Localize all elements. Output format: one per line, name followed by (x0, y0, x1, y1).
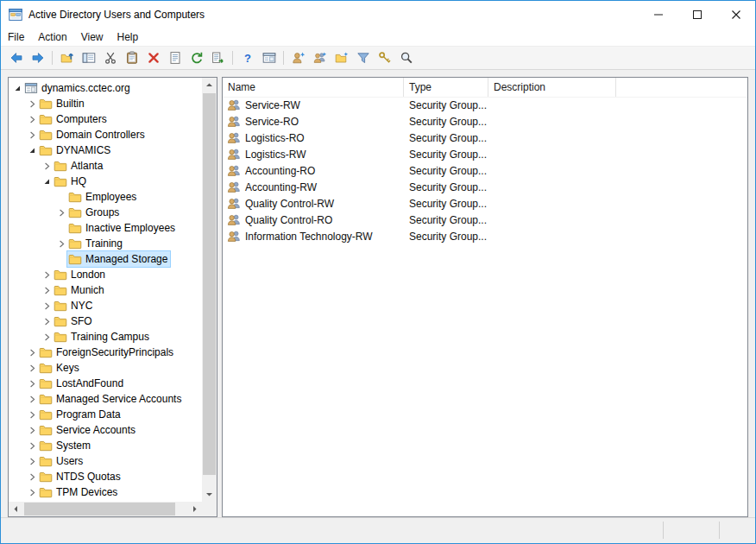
expand-arrow-icon[interactable] (27, 98, 38, 110)
scroll-up-button[interactable] (202, 78, 217, 92)
tree-item-content[interactable]: LostAndFound (38, 376, 126, 391)
menu-view[interactable]: View (74, 28, 110, 46)
list-row[interactable]: Service-ROSecurity Group... (223, 113, 747, 130)
horizontal-scroll-thumb[interactable] (24, 503, 175, 516)
tree-item-content[interactable]: Program Data (38, 407, 123, 422)
expand-arrow-icon[interactable] (27, 471, 38, 483)
column-header-name[interactable]: Name (223, 78, 404, 97)
scroll-left-button[interactable] (9, 502, 23, 516)
tree-item-content[interactable]: NYC (53, 298, 95, 313)
refresh-button[interactable] (186, 48, 206, 67)
tree-item-content[interactable]: Builtin (38, 96, 87, 111)
paste-button[interactable] (122, 48, 142, 67)
tree-item-content[interactable]: Groups (67, 205, 122, 220)
list-row[interactable]: Accounting-ROSecurity Group... (223, 162, 747, 179)
tree-item[interactable]: Training Campus (9, 329, 202, 345)
expand-arrow-icon[interactable] (41, 300, 53, 312)
tree-item-content[interactable]: Training Campus (53, 329, 152, 345)
list-row[interactable]: Accounting-RWSecurity Group... (223, 179, 747, 195)
tree-item[interactable]: Users (9, 453, 202, 469)
tree-item[interactable]: System (9, 438, 202, 453)
tree-item[interactable]: Managed Service Accounts (9, 391, 202, 407)
tree-item-content[interactable]: Managed Storage (67, 251, 170, 267)
tree-item-content[interactable]: Computers (38, 111, 110, 127)
tree-item-content[interactable]: HQ (53, 174, 89, 189)
tree-item[interactable]: TPM Devices (9, 484, 202, 500)
expand-arrow-icon[interactable] (27, 378, 38, 389)
menu-file[interactable]: File (1, 28, 31, 46)
delegate-control-button[interactable] (375, 48, 394, 67)
tree-item-content[interactable]: DYNAMICS (38, 142, 113, 158)
tree-item[interactable]: ForeignSecurityPrincipals (9, 345, 202, 360)
tree-item[interactable]: SFO (9, 313, 202, 329)
expand-arrow-icon[interactable] (27, 425, 38, 436)
tree-item[interactable]: Training (9, 236, 202, 251)
collapse-arrow-icon[interactable] (12, 83, 23, 94)
show-console-tree-button[interactable] (79, 48, 98, 67)
tree-item-content[interactable]: London (53, 267, 108, 282)
list-row[interactable]: Logistics-ROSecurity Group... (223, 130, 747, 146)
menu-help[interactable]: Help (110, 28, 146, 46)
export-list-button[interactable] (208, 48, 228, 67)
tree-item-content[interactable]: Managed Service Accounts (38, 391, 184, 407)
tree-item[interactable]: Computers (9, 111, 202, 127)
expand-arrow-icon[interactable] (41, 161, 53, 172)
expand-arrow-icon[interactable] (41, 285, 53, 296)
tree-item-content[interactable]: Domain Controllers (38, 127, 148, 142)
tree-item[interactable]: Builtin (9, 96, 202, 111)
menu-action[interactable]: Action (31, 28, 73, 46)
find-objects-button[interactable] (396, 48, 416, 67)
tree-vertical-scrollbar[interactable] (202, 78, 217, 502)
up-one-level-button[interactable] (57, 48, 77, 67)
cut-button[interactable] (100, 48, 120, 67)
tree-horizontal-scrollbar[interactable] (9, 502, 202, 516)
expand-arrow-icon[interactable] (41, 332, 53, 343)
tree-item[interactable]: Program Data (9, 407, 202, 422)
expand-arrow-icon[interactable] (56, 238, 67, 250)
column-header-type[interactable]: Type (404, 78, 488, 97)
expand-arrow-icon[interactable] (27, 409, 38, 421)
expand-arrow-icon[interactable] (41, 316, 53, 327)
list-row[interactable]: Logistics-RWSecurity Group... (223, 146, 747, 162)
tree-item[interactable]: LostAndFound (9, 376, 202, 391)
tree-item[interactable]: Employees (9, 189, 202, 205)
delete-button[interactable] (143, 48, 163, 67)
tree-item-content[interactable]: TPM Devices (38, 484, 120, 500)
properties-button[interactable] (165, 48, 185, 67)
tree-item-content[interactable]: Atlanta (53, 158, 105, 174)
tree-item[interactable]: dynamics.cctec.org (9, 80, 202, 96)
vertical-scroll-thumb[interactable] (203, 93, 216, 475)
filter-button[interactable] (353, 48, 373, 67)
tree-item[interactable]: London (9, 267, 202, 282)
expand-arrow-icon[interactable] (27, 487, 38, 498)
tree-item-content[interactable]: ForeignSecurityPrincipals (38, 345, 176, 360)
tree-item[interactable]: Inactive Employees (9, 220, 202, 236)
tree-item[interactable]: Managed Storage (9, 251, 202, 267)
new-ou-button[interactable] (331, 48, 351, 67)
expand-arrow-icon[interactable] (27, 363, 38, 374)
collapse-arrow-icon[interactable] (41, 176, 53, 187)
tree-item[interactable]: HQ (9, 174, 202, 189)
expand-arrow-icon[interactable] (56, 207, 67, 218)
tree-item-content[interactable]: Keys (38, 360, 82, 376)
new-group-button[interactable] (310, 48, 330, 67)
tree-item-content[interactable]: Employees (67, 189, 139, 205)
expand-arrow-icon[interactable] (27, 347, 38, 358)
tree-item[interactable]: DYNAMICS (9, 142, 202, 158)
list-row[interactable]: Information Technology-RWSecurity Group.… (223, 228, 747, 244)
tree-item-content[interactable]: Training (67, 236, 125, 251)
tree-item[interactable]: Atlanta (9, 158, 202, 174)
tree-item-content[interactable]: Users (38, 453, 85, 469)
expand-arrow-icon[interactable] (27, 456, 38, 467)
tree-item[interactable]: NYC (9, 298, 202, 313)
tree-item-content[interactable]: dynamics.cctec.org (23, 80, 133, 96)
scroll-right-button[interactable] (187, 502, 202, 516)
back-button[interactable] (6, 48, 26, 67)
new-user-button[interactable] (288, 48, 308, 67)
expand-arrow-icon[interactable] (41, 269, 53, 281)
scroll-down-button[interactable] (202, 487, 217, 502)
expand-arrow-icon[interactable] (27, 114, 38, 125)
maximize-button[interactable] (677, 1, 716, 28)
tree-item[interactable]: NTDS Quotas (9, 469, 202, 484)
expand-arrow-icon[interactable] (27, 394, 38, 405)
